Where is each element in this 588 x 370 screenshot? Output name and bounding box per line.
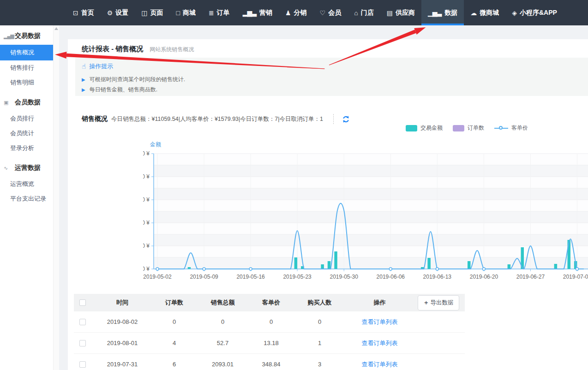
sidebar-item-sales-detail[interactable]: 销售明细 <box>0 75 53 90</box>
table-body: 2019-08-02 0 0 0 0 查看订单列表 <box>74 311 465 370</box>
nav-settings[interactable]: ⚙ 设置 <box>101 0 135 25</box>
cell-price: 0 <box>249 318 293 325</box>
people-icon: ♟ <box>285 9 291 17</box>
stats-row: 销售概况 今日销售总额：¥11059.54|人均客单价：¥1579.93|今日订… <box>82 113 350 125</box>
header-export-cell: ＋ 导出数据 <box>413 295 465 310</box>
nav-orders[interactable]: ≣ 订单 <box>202 0 236 25</box>
col-header-buyers: 购买人数 <box>293 298 346 307</box>
bars-icon: ▂▄▆ <box>4 33 13 39</box>
cell-time: 2019-08-01 <box>92 340 152 346</box>
sidebar-item-login-analysis[interactable]: 登录分析 <box>0 141 53 155</box>
page-head: 统计报表 - 销售概况 网站系统销售概况 <box>82 45 194 54</box>
sidebar-item-sales-overview[interactable]: 销售概况 <box>0 45 53 60</box>
content-top-strip <box>59 25 588 39</box>
row-checkbox-cell <box>74 319 92 325</box>
nav-item-label: 设置 <box>115 9 128 17</box>
cell-orders: 0 <box>152 318 196 325</box>
col-header-time: 时间 <box>92 298 152 307</box>
nav-marketing[interactable]: ▂▆▃ 营销 <box>236 0 279 25</box>
sidebar-item-member-stats[interactable]: 会员统计 <box>0 126 53 141</box>
nav-distribution[interactable]: ♟ 分销 <box>279 0 313 25</box>
app-window: ⊡ 首页 ⚙ 设置 ◫ 页面 □ 商城 ≣ 订单 <box>0 0 588 370</box>
nav-item-label: 分销 <box>294 9 307 17</box>
nav-mall[interactable]: □ 商城 <box>170 0 202 25</box>
select-all-checkbox[interactable] <box>79 299 86 306</box>
svg-text:2019-05-23: 2019-05-23 <box>283 274 312 280</box>
view-order-list-link[interactable]: 查看订单列表 <box>362 339 398 347</box>
tips-box: ☝ 操作提示 ▶ 可根据时间查询某个时间段的销售统计. ▶ 每日销售金额、销售商… <box>75 58 588 96</box>
nav-item-label: 门店 <box>361 9 374 17</box>
nav-weshop[interactable]: ☁ 微商城 <box>464 0 505 25</box>
cell-time: 2019-08-02 <box>92 318 152 325</box>
sidebar-label: 登录分析 <box>10 144 34 152</box>
sidebar-item-platform-expense[interactable]: 平台支出记录 <box>0 191 53 206</box>
header-checkbox-cell <box>74 299 92 306</box>
nav-miniapp[interactable]: ◈ 小程序&APP <box>505 0 564 25</box>
sidebar-label: 交易数据 <box>15 32 41 40</box>
sidebar-label: 平台支出记录 <box>10 195 46 203</box>
svg-text:2019-07-04: 2019-07-04 <box>563 274 588 280</box>
legend-item[interactable]: 客单价 <box>494 124 528 132</box>
sidebar-section-member-data[interactable]: ▣ 会员数据 <box>0 94 53 111</box>
legend-item[interactable]: 订单数 <box>453 124 484 132</box>
cell-buyers: 0 <box>293 318 346 325</box>
nav-pages[interactable]: ◫ 页面 <box>135 0 169 25</box>
svg-text:0 ¥: 0 ¥ <box>143 266 150 272</box>
nav-item-label: 小程序&APP <box>520 9 557 17</box>
table-row: 2019-08-01 4 52.7 13.18 1 查看订单列表 <box>74 333 465 354</box>
nav-item-label: 微商城 <box>480 9 499 17</box>
cell-time: 2019-07-31 <box>92 361 152 368</box>
chart-canvas: 2019-05-022019-05-092019-05-162019-05-23… <box>143 138 588 284</box>
nav-suppliers[interactable]: ▤ 供应商 <box>380 0 421 25</box>
legend-line-sample <box>494 125 508 131</box>
cell-price: 348.84 <box>249 361 293 368</box>
row-checkbox[interactable] <box>79 340 86 346</box>
row-checkbox-cell <box>74 340 92 346</box>
sidebar-scrollbar[interactable] <box>53 25 59 370</box>
cell-action: 查看订单列表 <box>346 360 413 369</box>
refresh-icon[interactable] <box>342 115 350 123</box>
tips-title: ☝ 操作提示 <box>82 62 582 71</box>
svg-text:2019-06-13: 2019-06-13 <box>423 274 452 280</box>
export-data-button[interactable]: ＋ 导出数据 <box>418 295 459 310</box>
nav-data[interactable]: ▁▅▃ 数据 <box>421 0 464 25</box>
sidebar-item-sales-ranking[interactable]: 销售排行 <box>0 60 53 75</box>
nav-members[interactable]: ♡ 会员 <box>313 0 348 25</box>
cell-buyers: 3 <box>293 361 346 368</box>
sidebar-item-member-ranking[interactable]: 会员排行 <box>0 111 53 126</box>
scroll-up-arrow-icon[interactable] <box>54 27 58 30</box>
stats-summary: 今日销售总额：¥11059.54|人均客单价：¥1579.93|今日订单数：7|… <box>111 115 323 123</box>
nav-item-label: 订单 <box>217 9 230 17</box>
sidebar-item-operation-overview[interactable]: 运营概览 <box>0 177 53 191</box>
wechat-icon: ☁ <box>470 9 476 17</box>
nav-item-label: 商城 <box>183 9 196 17</box>
legend-item[interactable]: 交易金额 <box>406 124 443 132</box>
svg-text:500 ¥: 500 ¥ <box>143 243 150 249</box>
svg-text:1,500 ¥: 1,500 ¥ <box>143 197 150 203</box>
svg-text:金额: 金额 <box>150 141 161 148</box>
cell-buyers: 1 <box>293 340 346 346</box>
tips-title-label: 操作提示 <box>89 62 113 71</box>
nav-stores[interactable]: ⌂ 门店 <box>348 0 380 25</box>
legend-swatch <box>453 125 464 131</box>
hand-pointer-icon: ☝ <box>82 62 86 71</box>
row-checkbox[interactable] <box>79 361 86 368</box>
sidebar-section-trade-data[interactable]: ▂▄▆ 交易数据 <box>0 27 53 45</box>
sales-chart: 2019-05-022019-05-092019-05-162019-05-23… <box>143 138 588 284</box>
cell-sales: 2093.01 <box>196 361 249 368</box>
view-order-list-link[interactable]: 查看订单列表 <box>362 318 398 326</box>
sidebar-section-operation-data[interactable]: ∿ 运营数据 <box>0 159 53 177</box>
legend-label: 订单数 <box>468 124 484 132</box>
main-panel: 统计报表 - 销售概况 网站系统销售概况 ☝ 操作提示 ▶ 可根据时间查询某个时… <box>68 39 588 370</box>
sidebar-label: 销售明细 <box>10 78 34 87</box>
cell-sales: 52.7 <box>196 340 249 346</box>
view-order-list-link[interactable]: 查看订单列表 <box>362 360 398 369</box>
nav-home[interactable]: ⊡ 首页 <box>66 0 101 25</box>
nav-item-label: 会员 <box>328 9 341 17</box>
sidebar-label: 会员统计 <box>10 129 34 137</box>
svg-text:2019-05-02: 2019-05-02 <box>143 274 172 280</box>
row-checkbox[interactable] <box>79 319 86 325</box>
plus-icon: ＋ <box>423 299 429 307</box>
nav-item-label: 首页 <box>81 9 94 17</box>
bullet-triangle-icon: ▶ <box>82 87 85 92</box>
